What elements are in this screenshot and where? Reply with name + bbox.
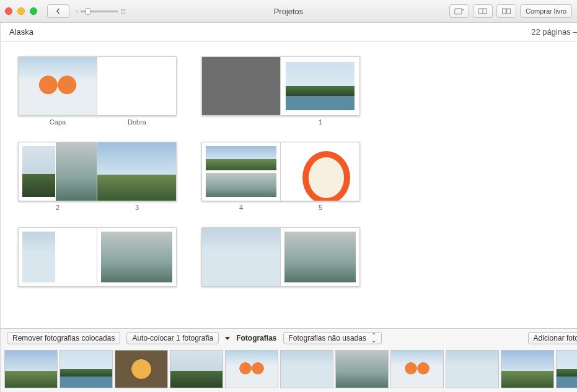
chevron-down-icon[interactable] xyxy=(225,337,230,340)
spread-1[interactable]: 1 xyxy=(201,56,360,126)
tray-photos-label: Fotografias xyxy=(236,334,276,342)
book-settings-button[interactable] xyxy=(496,4,516,18)
page-label: 1 xyxy=(281,118,360,126)
tray-thumb[interactable] xyxy=(280,350,333,388)
page-3[interactable] xyxy=(97,142,177,201)
page-flap[interactable] xyxy=(97,56,177,116)
svg-rect-4 xyxy=(507,9,511,14)
tray-thumb[interactable] xyxy=(59,350,113,388)
buy-book-button[interactable]: Comprar livro xyxy=(520,4,572,18)
tray-thumb[interactable] xyxy=(556,350,577,388)
page-label xyxy=(201,118,281,126)
add-photos-tray-button[interactable]: Adicionar fotografias xyxy=(528,332,577,344)
spread-cover[interactable]: CapaDobra xyxy=(18,56,177,126)
autoplace-button[interactable]: Auto-colocar 1 fotografia xyxy=(126,332,219,344)
tray-thumb[interactable] xyxy=(390,350,444,388)
page-1[interactable] xyxy=(281,56,360,116)
spread-8-9[interactable] xyxy=(201,227,360,289)
page-cover[interactable] xyxy=(18,56,97,116)
main-area: Alaska 22 páginas – $52.97 CapaDobra xyxy=(1,23,577,392)
window-controls xyxy=(5,7,37,15)
page-7[interactable] xyxy=(97,227,177,287)
zoom-large-icon: ◻ xyxy=(120,7,126,15)
svg-rect-3 xyxy=(503,9,506,14)
add-photos-button[interactable] xyxy=(449,4,469,18)
page-2[interactable] xyxy=(18,142,97,201)
page-label: 3 xyxy=(97,204,177,211)
page-9[interactable] xyxy=(281,227,360,287)
spread-canvas[interactable]: CapaDobra 1 23 xyxy=(1,41,577,328)
minimize-button[interactable] xyxy=(17,7,25,15)
tray-thumb[interactable] xyxy=(115,350,168,388)
main-header: Alaska 22 páginas – $52.97 xyxy=(1,23,577,41)
page-label: 5 xyxy=(281,204,360,211)
project-meta: 22 páginas – $52.97 xyxy=(531,27,577,37)
zoom-small-icon: ▫ xyxy=(76,7,78,15)
page-8[interactable] xyxy=(201,227,281,287)
window-title: Projetos xyxy=(274,7,304,16)
titlebar: ▫ ◻ Projetos Comprar livro xyxy=(0,0,577,23)
remove-placed-button[interactable]: Remover fotografias colocadas xyxy=(7,332,120,344)
zoom-slider[interactable]: ▫ ◻ xyxy=(76,7,126,15)
photo-tray: Remover fotografias colocadas Auto-coloc… xyxy=(1,328,577,392)
page-6[interactable] xyxy=(18,227,97,287)
tray-thumb[interactable] xyxy=(501,350,554,388)
tray-thumb[interactable] xyxy=(4,350,58,388)
tray-thumbnails[interactable] xyxy=(1,347,577,392)
buy-book-label: Comprar livro xyxy=(526,7,566,15)
spread-6-7[interactable] xyxy=(18,227,177,289)
spread-2-3[interactable]: 23 xyxy=(18,142,177,211)
tray-thumb[interactable] xyxy=(170,350,223,388)
tray-thumb[interactable] xyxy=(225,350,278,388)
project-title: Alaska xyxy=(9,27,33,37)
close-button[interactable] xyxy=(5,7,12,15)
page-label: Dobra xyxy=(97,118,177,126)
tray-thumb[interactable] xyxy=(335,350,389,388)
page-5[interactable] xyxy=(281,142,360,201)
svg-rect-0 xyxy=(455,9,462,14)
page-label: 4 xyxy=(201,204,281,211)
page-label: Capa xyxy=(18,118,97,126)
tray-toolbar: Remover fotografias colocadas Auto-coloc… xyxy=(1,329,577,347)
back-button[interactable] xyxy=(47,4,69,18)
toolbar-right: Comprar livro xyxy=(449,4,572,18)
spread-4-5[interactable]: 45 xyxy=(201,142,360,211)
page-inside-cover[interactable] xyxy=(201,56,281,116)
updown-icon: ⌃⌄ xyxy=(371,333,376,343)
zoom-button[interactable] xyxy=(30,7,37,15)
tray-thumb[interactable] xyxy=(446,350,499,388)
layout-options-button[interactable] xyxy=(473,4,493,18)
page-4[interactable] xyxy=(201,142,281,201)
filter-dropdown[interactable]: Fotografias não usadas⌃⌄ xyxy=(283,332,382,344)
page-label: 2 xyxy=(18,204,97,211)
